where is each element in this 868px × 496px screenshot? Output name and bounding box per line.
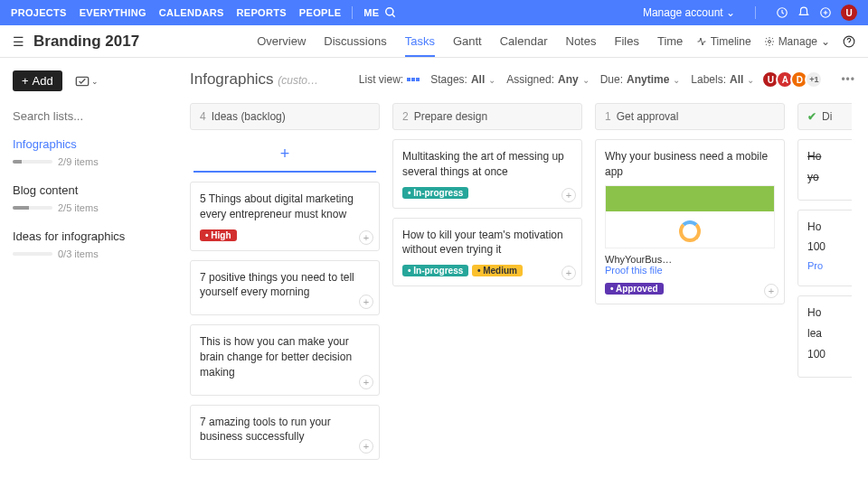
task-card[interactable]: Why your business need a mobile appWhyYo… <box>595 139 785 304</box>
tag-inprogress: In-progress <box>402 187 468 199</box>
task-card[interactable]: 7 positive things you need to tell yours… <box>190 260 380 316</box>
search-icon[interactable] <box>384 6 397 19</box>
list-name: Blog content <box>13 183 165 197</box>
grid-icon <box>407 78 420 81</box>
board-column: ✔DiHoyo+Ho100Pro+Holea100+ <box>797 103 852 492</box>
filter-due[interactable]: Due: Anytime <box>600 73 681 86</box>
file-name: WhyYourBus… <box>605 254 775 265</box>
proof-link[interactable]: Proof this file <box>605 265 775 276</box>
add-circle-icon[interactable] <box>819 6 832 19</box>
column-header[interactable]: 2Prepare design <box>392 103 582 130</box>
search-lists-input[interactable] <box>13 109 165 123</box>
card-text: yo <box>807 170 852 185</box>
project-subbar: ☰ Branding 2017 Overview Discussions Tas… <box>0 25 868 58</box>
add-button[interactable]: + Add <box>13 70 62 91</box>
card-add-icon[interactable]: + <box>359 295 373 309</box>
avatar-more[interactable]: +1 <box>805 70 823 89</box>
task-card[interactable]: Hoyo+ <box>797 139 852 201</box>
nav-everything[interactable]: EVERYTHING <box>80 7 146 18</box>
card-title: 7 amazing tools to run your business suc… <box>200 415 370 445</box>
tab-tasks[interactable]: Tasks <box>405 26 435 57</box>
card-text: 100 <box>807 239 852 255</box>
task-card[interactable]: Ho100Pro+ <box>797 210 852 287</box>
tag-inprogress: In-progress <box>402 265 468 276</box>
task-card[interactable]: How to kill your team's motivation witho… <box>392 218 582 287</box>
manage-account-link[interactable]: Manage account ⌄ <box>643 6 735 19</box>
svg-line-1 <box>392 14 395 17</box>
card-text: 100 <box>807 347 852 362</box>
card-add-icon[interactable]: + <box>359 439 373 454</box>
card-add-icon[interactable]: + <box>359 375 373 389</box>
sidebar-list-item[interactable]: Ideas for infographics 0/3 items <box>13 229 165 259</box>
filter-assigned[interactable]: Assigned: Any <box>506 73 589 86</box>
add-card-button[interactable]: + <box>193 139 376 173</box>
sidebar: + Add ⌄ Infographics 2/9 itemsBlog conte… <box>0 58 177 496</box>
board-column: 2Prepare designMultitasking the art of m… <box>392 103 582 492</box>
manage-button[interactable]: Manage ⌄ <box>764 35 830 48</box>
assignee-avatars[interactable]: U A D +1 <box>765 70 823 89</box>
proof-link[interactable]: Pro <box>807 260 852 271</box>
nav-projects[interactable]: PROJECTS <box>11 7 67 18</box>
bell-icon[interactable] <box>797 6 810 19</box>
clock-icon[interactable] <box>776 6 788 19</box>
tab-overview[interactable]: Overview <box>257 26 306 57</box>
top-navbar: PROJECTS EVERYTHING CALENDARS REPORTS PE… <box>0 0 868 25</box>
card-title: 5 Things about digital marketing every e… <box>200 192 370 222</box>
card-add-icon[interactable]: + <box>764 284 778 298</box>
content-area: Infographics (custo… List view: Stages: … <box>177 58 868 496</box>
card-title: Multitasking the art of messing up sever… <box>402 149 572 180</box>
card-title: How to kill your team's motivation witho… <box>402 228 572 258</box>
column-header[interactable]: 1Get approval <box>595 103 785 130</box>
task-card[interactable]: This is how you can make your brain chan… <box>190 324 380 395</box>
task-card[interactable]: 7 amazing tools to run your business suc… <box>190 405 380 461</box>
tag-high: High <box>200 229 237 241</box>
tab-calendar[interactable]: Calendar <box>500 26 548 57</box>
user-avatar[interactable]: U <box>841 5 857 21</box>
sidebar-list-item[interactable]: Infographics 2/9 items <box>13 137 165 167</box>
column-header[interactable]: ✔Di <box>797 103 852 130</box>
task-card[interactable]: Multitasking the art of messing up sever… <box>392 139 582 209</box>
card-title: Why your business need a mobile app <box>605 149 775 180</box>
task-card[interactable]: Holea100+ <box>797 295 852 377</box>
help-icon[interactable] <box>843 35 855 48</box>
nav-divider <box>352 6 353 19</box>
board-column: 1Get approvalWhy your business need a mo… <box>595 103 785 492</box>
filter-stages[interactable]: Stages: All <box>430 73 495 86</box>
card-title: Ho <box>807 149 852 164</box>
nav-calendars[interactable]: CALENDARS <box>159 7 224 18</box>
list-count: 2/5 items <box>58 202 99 213</box>
list-name: Ideas for infographics <box>13 229 165 243</box>
nav-me[interactable]: ME <box>363 7 379 18</box>
task-card[interactable]: 5 Things about digital marketing every e… <box>190 182 380 251</box>
board-column: 4Ideas (backlog)+5 Things about digital … <box>190 103 380 492</box>
tab-files[interactable]: Files <box>614 26 638 57</box>
checkmark-dropdown-icon[interactable]: ⌄ <box>75 76 99 87</box>
list-count: 0/3 items <box>58 248 99 259</box>
card-add-icon[interactable]: + <box>561 188 576 202</box>
card-title: This is how you can make your brain chan… <box>200 334 370 379</box>
card-add-icon[interactable]: + <box>561 266 576 280</box>
filter-labels[interactable]: Labels: All <box>691 73 754 86</box>
list-view-toggle[interactable]: List view: <box>359 73 420 86</box>
card-add-icon[interactable]: + <box>359 230 373 245</box>
timeline-button[interactable]: Timeline <box>696 35 751 48</box>
card-thumbnail <box>605 185 775 248</box>
column-header[interactable]: 4Ideas (backlog) <box>190 103 380 130</box>
nav-reports[interactable]: REPORTS <box>237 7 287 18</box>
svg-point-0 <box>386 8 393 15</box>
tab-notes[interactable]: Notes <box>566 26 597 57</box>
nav-divider-2 <box>755 6 756 19</box>
tab-gantt[interactable]: Gantt <box>453 26 482 57</box>
more-menu-icon[interactable]: ••• <box>841 73 855 86</box>
card-text: lea <box>807 326 852 342</box>
sidebar-list-item[interactable]: Blog content 2/5 items <box>13 183 165 213</box>
list-count: 2/9 items <box>58 156 99 167</box>
tab-discussions[interactable]: Discussions <box>324 26 386 57</box>
column-title: Get approval <box>617 110 679 123</box>
menu-icon[interactable]: ☰ <box>13 34 24 49</box>
nav-people[interactable]: PEOPLE <box>299 7 341 18</box>
check-icon: ✔ <box>807 110 816 123</box>
tab-time[interactable]: Time <box>657 26 683 57</box>
column-title: Di <box>822 110 832 123</box>
global-nav: PROJECTS EVERYTHING CALENDARS REPORTS PE… <box>11 7 341 18</box>
